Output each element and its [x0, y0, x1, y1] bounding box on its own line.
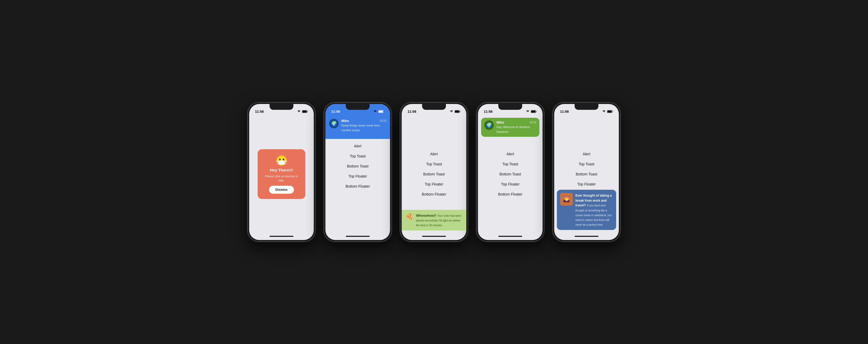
time-4: 11:56	[484, 109, 493, 113]
wifi-icon-2	[373, 110, 377, 113]
svg-rect-1	[302, 111, 307, 112]
menu-item-top-floater-5[interactable]: Top Floater	[577, 180, 596, 188]
screen-content-4: 🌍 Mike 10:10 Hey, Welcome to Simform Sol…	[478, 116, 542, 233]
toast-time-green: 10:10	[530, 121, 536, 124]
notch-2	[346, 104, 370, 110]
alert-subtitle: Please click on dismiss to hide.	[263, 174, 300, 182]
toast-body-green: Mike 10:10 Hey, Welcome to Simform Solut…	[496, 121, 536, 134]
bottom-toast-content: 🍕 Whooohoo!! Your order has been placed …	[402, 210, 466, 231]
status-icons-1	[297, 110, 308, 113]
menu-item-top-floater-3[interactable]: Top Floater	[425, 180, 443, 188]
menu-item-bottom-floater-3[interactable]: Bottom Floater	[422, 190, 446, 199]
toast-message-green: Hey, Welcome to Simform Solutions	[496, 126, 530, 133]
home-indicator-1	[249, 233, 314, 240]
floater-image: 🌄	[560, 193, 573, 206]
status-icons-2	[373, 110, 384, 113]
home-indicator-3	[402, 233, 466, 240]
screen-content-1: 😷 Hey There!!! Please click on dismiss t…	[249, 116, 314, 233]
top-toast-blue: 🌍 Mike 10:10 Great things never come fro…	[326, 116, 390, 139]
menu-item-alert-4[interactable]: Alert	[506, 150, 514, 158]
screen-1: 11:56 😷 Hey There!!! Please click on dis…	[249, 104, 314, 240]
home-indicator-4	[478, 233, 542, 240]
wifi-icon-1	[297, 110, 301, 113]
menu-item-bottom-toast-3[interactable]: Bottom Toast	[423, 170, 444, 178]
home-bar-5	[575, 236, 598, 237]
phone-1: 11:56 😷 Hey There!!! Please click on dis…	[247, 102, 316, 242]
screen-5: 11:56 Alert Top Toast Bottom Toast Top F…	[554, 104, 619, 240]
notch-5	[575, 104, 598, 110]
menu-item-top-toast-4[interactable]: Top Toast	[502, 160, 518, 168]
floater-body: Ever thought of taking a break from work…	[576, 193, 613, 227]
time-5: 11:56	[560, 109, 569, 113]
time-3: 11:56	[407, 109, 416, 113]
floater-message: If you have ever thought of something li…	[576, 204, 612, 226]
svg-rect-5	[455, 111, 459, 112]
phone-4: 11:56 🌍 Mike 10:10 Hey,	[476, 102, 545, 242]
toast-name-green: Mike	[496, 121, 504, 124]
phone-5: 11:56 Alert Top Toast Bottom Toast Top F…	[552, 102, 621, 242]
toast-time-blue: 10:10	[380, 119, 386, 122]
screen-content-3: Alert Top Toast Bottom Toast Top Floater…	[402, 116, 466, 233]
home-bar-2	[346, 236, 370, 237]
menu-item-top-toast-2[interactable]: Top Toast	[350, 152, 366, 160]
battery-icon-5	[607, 110, 613, 113]
home-indicator-2	[326, 233, 390, 240]
toast-avatar-green: 🌍	[484, 121, 494, 130]
toast-avatar-blue: 🌍	[329, 119, 339, 128]
bottom-floater: 🌄 Ever thought of taking a break from wo…	[557, 190, 616, 230]
toast-body-blue: Mike 10:10 Great things never come from …	[341, 119, 386, 133]
status-icons-4	[526, 110, 537, 113]
menu-item-bottom-floater-2[interactable]: Bottom Floater	[346, 182, 370, 191]
toast-content-green: 🌍 Mike 10:10 Hey, Welcome to Simform Sol…	[481, 118, 539, 137]
status-icons-3	[450, 110, 461, 113]
screen-4: 11:56 🌍 Mike 10:10 Hey,	[478, 104, 542, 240]
menu-item-bottom-toast-4[interactable]: Bottom Toast	[499, 170, 521, 178]
menu-item-top-toast-3[interactable]: Top Toast	[426, 160, 442, 168]
menu-item-bottom-floater-4[interactable]: Bottom Floater	[498, 190, 522, 199]
screen-2: 11:56 🌍 Mike 10:10 Great	[326, 104, 390, 240]
home-indicator-5	[554, 233, 619, 240]
menu-item-top-floater-4[interactable]: Top Floater	[501, 180, 520, 188]
bottom-toast-title: Whooohoo!!	[416, 213, 436, 217]
bottom-toast-body: Whooohoo!! Your order has been placed su…	[416, 213, 463, 227]
svg-rect-7	[531, 111, 535, 112]
svg-rect-3	[379, 111, 383, 112]
time-2: 11:56	[331, 109, 340, 113]
phone-2: 11:56 🌍 Mike 10:10 Great	[323, 102, 392, 242]
notch-3	[422, 104, 446, 110]
toast-content-blue: 🌍 Mike 10:10 Great things never come fro…	[326, 116, 390, 136]
toast-name-blue: Mike	[341, 119, 349, 123]
alert-emoji: 😷	[275, 156, 288, 166]
menu-item-bottom-toast-5[interactable]: Bottom Toast	[576, 170, 597, 178]
battery-icon-2	[378, 110, 384, 113]
battery-icon-3	[455, 110, 461, 113]
alert-title: Hey There!!!	[270, 168, 293, 172]
time-1: 11:56	[255, 109, 264, 113]
bottom-toast: 🍕 Whooohoo!! Your order has been placed …	[402, 210, 466, 233]
home-bar-4	[498, 236, 522, 237]
alert-box: 😷 Hey There!!! Please click on dismiss t…	[258, 149, 305, 199]
menu-item-alert-3[interactable]: Alert	[430, 150, 438, 158]
menu-item-top-toast-5[interactable]: Top Toast	[579, 160, 594, 168]
home-bar-1	[270, 236, 293, 237]
battery-icon-4	[531, 110, 537, 113]
screen-3: 11:56 Alert Top Toast Bottom Toast Top F…	[402, 104, 466, 240]
phone-3: 11:56 Alert Top Toast Bottom Toast Top F…	[400, 102, 468, 242]
wifi-icon-5	[602, 110, 606, 113]
dismiss-button[interactable]: Dismiss	[269, 186, 294, 194]
toast-message-blue: Great things never come from comfort zon…	[341, 124, 380, 132]
menu-item-alert-2[interactable]: Alert	[354, 142, 362, 150]
toast-header-blue: Mike 10:10	[341, 119, 386, 123]
wifi-icon-3	[450, 110, 453, 113]
menu-item-bottom-toast-2[interactable]: Bottom Toast	[347, 162, 368, 170]
menu-item-alert-5[interactable]: Alert	[583, 150, 590, 158]
status-icons-5	[602, 110, 613, 113]
svg-rect-9	[608, 111, 612, 112]
alert-overlay: 😷 Hey There!!! Please click on dismiss t…	[249, 116, 314, 233]
menu-item-top-floater-2[interactable]: Top Floater	[348, 172, 367, 180]
screen-content-2: 🌍 Mike 10:10 Great things never come fro…	[326, 116, 390, 233]
notch-1	[270, 104, 293, 110]
wifi-icon-4	[526, 110, 530, 113]
home-bar-3	[422, 236, 446, 237]
top-toast-green: 🌍 Mike 10:10 Hey, Welcome to Simform Sol…	[478, 116, 542, 140]
